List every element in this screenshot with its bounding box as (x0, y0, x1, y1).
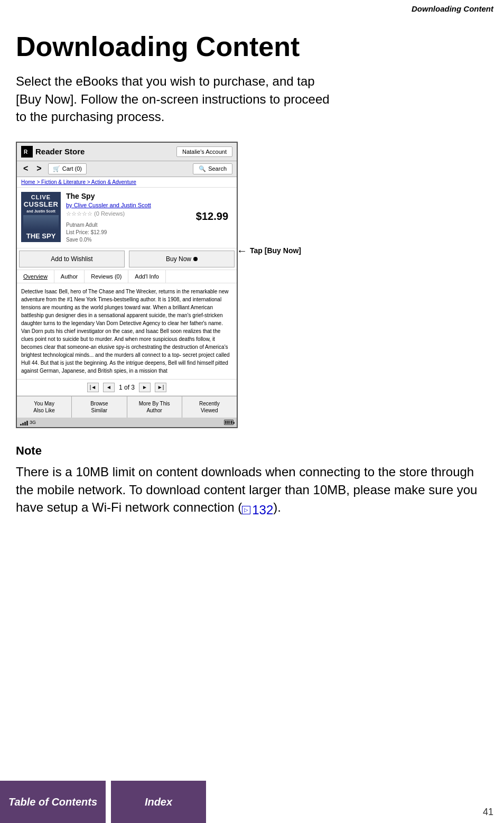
nav-bar: < > 🛒 Cart (0) 🔍 Search (17, 161, 237, 177)
cart-icon: 🛒 (53, 165, 60, 172)
tab-you-may-also-like[interactable]: You MayAlso Like (17, 396, 72, 418)
note-body: There is a 10MB limit on content downloa… (16, 463, 488, 519)
cover-title: THE SPY (26, 232, 56, 240)
store-logo: R Reader Store (21, 146, 85, 158)
page-chapter-header: Downloading Content (412, 4, 493, 13)
tab-more-by-author[interactable]: More By ThisAuthor (127, 396, 182, 418)
cart-button[interactable]: 🛒 Cart (0) (48, 163, 87, 174)
signal-bar-3 (24, 422, 26, 426)
buy-now-label: Buy Now (166, 255, 191, 263)
cover-author-last: CUSSLER (24, 200, 59, 208)
content-tabs: Overview Author Reviews (0) Add'l Info (17, 270, 237, 283)
svg-text:R: R (24, 149, 28, 155)
device-status-bar: 3G (17, 418, 237, 427)
device-illustration: R Reader Store Natalie's Account < > 🛒 C… (16, 142, 238, 428)
note-text-after: ). (273, 500, 281, 514)
tab-browse-similar[interactable]: BrowseSimilar (72, 396, 127, 418)
ref-page-number[interactable]: 132 (252, 501, 273, 519)
cover-image (23, 215, 59, 230)
book-authors[interactable]: by Clive Cussler and Justin Scott (66, 202, 191, 208)
signal-bar-4 (26, 421, 28, 426)
toc-label: Table of Contents (8, 796, 97, 808)
search-label: Search (208, 165, 227, 172)
first-page-button[interactable]: |◄ (87, 383, 99, 392)
search-button[interactable]: 🔍 Search (193, 163, 232, 174)
book-publisher: Putnam Adult List Price: $12.99 Save 0.0… (66, 221, 191, 244)
book-cover-thumbnail: CLIVE CUSSLER and Justin Scott THE SPY (21, 192, 61, 242)
add-to-wishlist-button[interactable]: Add to Wishlist (19, 251, 125, 267)
note-title: Note (16, 444, 488, 458)
page-subtitle: Select the eBooks that you wish to purch… (16, 72, 333, 126)
prev-page-button[interactable]: ◄ (103, 383, 115, 392)
book-title: The Spy (66, 192, 191, 200)
signal-area: 3G (20, 419, 36, 426)
signal-bars-icon (20, 419, 28, 426)
back-button[interactable]: < (21, 164, 30, 173)
book-price: $12.99 (196, 210, 228, 223)
buy-now-button[interactable]: Buy Now (129, 251, 235, 267)
device-screen: R Reader Store Natalie's Account < > 🛒 C… (16, 142, 238, 428)
last-page-button[interactable]: ►| (155, 383, 166, 392)
search-icon: 🔍 (199, 165, 206, 172)
tab-recently-viewed[interactable]: RecentlyViewed (182, 396, 237, 418)
index-button[interactable]: Index (111, 781, 206, 823)
note-section: Note There is a 10MB limit on content do… (0, 444, 504, 519)
tap-annotation-label: Tap [Buy Now] (250, 246, 301, 255)
book-price-area: $12.99 (196, 192, 232, 244)
book-description: Detective Isaac Bell, hero of The Chase … (17, 283, 237, 380)
ref-arrow-icon: ▷ (242, 506, 250, 514)
forward-button[interactable]: > (34, 164, 43, 173)
cover-coauthor: and Justin Scott (26, 209, 55, 213)
action-buttons-bar: Add to Wishlist Buy Now (17, 248, 237, 270)
store-name-label: Reader Store (35, 147, 85, 156)
tap-arrow-icon: ← (237, 245, 247, 257)
store-header: R Reader Store Natalie's Account (17, 143, 237, 161)
book-rating: ☆☆☆☆☆ (0 Reviews) (66, 210, 191, 217)
bottom-navigation: Table of Contents Index 41 (0, 781, 504, 823)
tap-annotation: ← Tap [Buy Now] (237, 245, 301, 257)
bottom-tabs-bar: You MayAlso Like BrowseSimilar More By T… (17, 396, 237, 418)
cover-author-first: CLIVE (31, 194, 51, 200)
battery-icon (224, 420, 234, 425)
index-label: Index (145, 796, 172, 808)
pagination-bar: |◄ ◄ 1 of 3 ► ►| (17, 380, 237, 396)
book-detail-area: CLIVE CUSSLER and Justin Scott THE SPY T… (17, 188, 237, 248)
tab-overview[interactable]: Overview (17, 270, 54, 283)
battery-area (224, 420, 234, 425)
network-type-label: 3G (30, 420, 36, 425)
store-logo-icon: R (21, 146, 33, 158)
page-title: Downloading Content (16, 32, 488, 62)
buy-now-indicator (193, 257, 198, 261)
tab-author[interactable]: Author (54, 270, 85, 283)
tab-addl-info[interactable]: Add'l Info (128, 270, 166, 283)
tab-reviews[interactable]: Reviews (0) (85, 270, 128, 283)
note-page-ref[interactable]: ▷132 (242, 501, 273, 519)
next-page-button[interactable]: ► (139, 383, 151, 392)
page-number: 41 (483, 807, 493, 818)
book-info-area: The Spy by Clive Cussler and Justin Scot… (66, 192, 191, 244)
signal-bar-1 (20, 424, 22, 426)
cart-label: Cart (0) (62, 165, 82, 172)
breadcrumb[interactable]: Home > Fiction & Literature > Action & A… (17, 177, 237, 188)
signal-bar-2 (22, 423, 24, 426)
table-of-contents-button[interactable]: Table of Contents (0, 781, 106, 823)
account-tab[interactable]: Natalie's Account (176, 146, 232, 157)
page-info: 1 of 3 (119, 384, 135, 391)
